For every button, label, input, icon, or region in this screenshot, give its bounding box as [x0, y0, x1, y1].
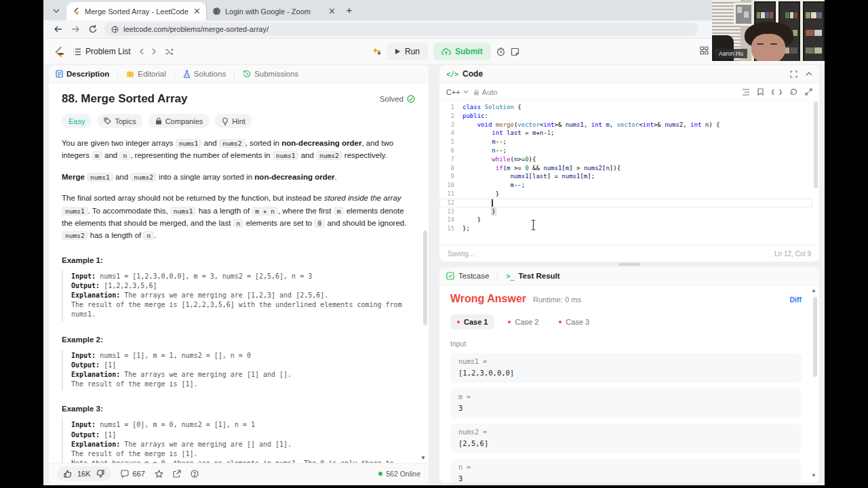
tab-description[interactable]: Description	[56, 70, 109, 78]
code-line[interactable]: 9 nums1[last] = nums1[m];	[439, 172, 812, 181]
problem-examples: Example 1:Input: nums1 = [1,2,3,0,0,0], …	[62, 256, 415, 464]
problem-title: 88. Merge Sorted Array	[62, 92, 188, 106]
example-heading: Example 1:	[62, 256, 415, 264]
url-text: leetcode.com/problems/merge-sorted-array…	[123, 25, 269, 33]
tab-submissions[interactable]: Submissions	[243, 70, 298, 78]
code-line[interactable]: 14 }	[439, 216, 812, 224]
braces-icon[interactable]: { }	[771, 88, 783, 96]
submit-button[interactable]: Submit	[433, 43, 491, 60]
maximize-icon[interactable]	[790, 70, 797, 78]
tab-close-icon[interactable]: ✕	[193, 7, 201, 16]
test-result-body: Wrong Answer Runtime: 0 ms Diff Case 1Ca…	[439, 285, 819, 483]
hint-badge[interactable]: Hint	[215, 114, 252, 128]
code-line[interactable]: 5 m--;	[439, 138, 812, 146]
online-dot	[378, 472, 382, 476]
comments-button[interactable]: 667	[121, 470, 145, 478]
bookmark-icon[interactable]	[757, 88, 764, 96]
shuffle-icon[interactable]	[165, 48, 174, 56]
example-heading: Example 2:	[62, 336, 415, 344]
reset-icon[interactable]	[790, 88, 797, 96]
auto-toggle[interactable]: Auto	[473, 88, 498, 96]
reload-button[interactable]	[87, 25, 99, 33]
tag-icon	[104, 117, 111, 125]
star-icon[interactable]	[155, 470, 163, 478]
code-line[interactable]: 4 int last = m+n-1;	[439, 129, 812, 138]
case-tab-2[interactable]: Case 2	[501, 314, 545, 329]
editor-scrollbar[interactable]	[814, 102, 818, 188]
diff-link[interactable]: Diff	[790, 296, 802, 304]
help-icon[interactable]	[191, 470, 199, 478]
problem-list-button[interactable]: Problem List	[73, 47, 131, 56]
back-button[interactable]	[52, 26, 64, 33]
tab-editorial[interactable]: Editorial	[126, 70, 166, 78]
expand-icon[interactable]	[805, 88, 812, 96]
code-line[interactable]: 7 while(n>=0){	[439, 155, 812, 164]
tab-testcase[interactable]: Testcase	[446, 272, 489, 280]
next-problem-button[interactable]	[152, 48, 157, 55]
problem-scrollbar[interactable]	[423, 84, 427, 458]
online-count: 562 Online	[378, 470, 420, 478]
tab-solutions[interactable]: Solutions	[183, 70, 226, 78]
submissions-history-icon	[243, 70, 251, 78]
scroll-down-caret-icon[interactable]: ▼	[811, 472, 816, 479]
share-icon[interactable]	[173, 470, 181, 478]
example-block: Input: nums1 = [1,2,3,0,0,0], m = 3, num…	[62, 270, 415, 321]
scroll-up-caret-icon[interactable]: ▲	[811, 287, 816, 293]
webcam-overlay: Aaron Hu	[712, 0, 825, 61]
case-tab-1[interactable]: Case 1	[450, 314, 494, 329]
code-line[interactable]: 8 if(m >= 0 && nums1[m] > nums2[n]){	[439, 164, 812, 173]
notes-icon[interactable]	[511, 47, 519, 56]
case-tab-3[interactable]: Case 3	[552, 314, 596, 329]
browser-tab-zoom[interactable]: Login with Google - Zoom ✕	[206, 2, 341, 20]
browser-toolbar: leetcode.com/problems/merge-sorted-array…	[43, 20, 825, 39]
tab-search-chevron-icon[interactable]	[49, 4, 64, 18]
prev-problem-button[interactable]	[139, 48, 144, 55]
new-tab-button[interactable]: +	[341, 1, 357, 18]
editor-statusbar: Saving... Ln 12, Col 9	[439, 245, 819, 262]
difficulty-badge[interactable]: Easy	[62, 114, 92, 128]
topics-badge[interactable]: Topics	[97, 114, 142, 128]
tab-test-result[interactable]: >_ Test Result	[506, 272, 559, 280]
code-line[interactable]: 15};	[439, 224, 812, 233]
run-submit-cluster: Run Submit	[372, 43, 519, 60]
thumbs-down-icon[interactable]	[96, 470, 104, 478]
problem-statement: You are given two integer arrays nums1 a…	[62, 137, 415, 242]
failed-case-dot	[559, 321, 561, 323]
site-info-icon[interactable]	[111, 26, 119, 33]
input-section-label: Input	[450, 340, 802, 348]
zoom-favicon	[212, 7, 221, 16]
language-selector[interactable]: C++	[446, 88, 469, 96]
companies-badge[interactable]: Companies	[149, 114, 210, 128]
solved-badge: Solved	[380, 95, 415, 103]
code-line[interactable]: 6 n--;	[439, 146, 812, 155]
problem-footer: 16K 667 562 Online	[49, 463, 429, 484]
thumbs-up-icon[interactable]	[64, 470, 72, 478]
leetcode-logo[interactable]	[53, 45, 64, 58]
statement-paragraph: The final sorted array should not be ret…	[62, 192, 415, 242]
code-line[interactable]: 13 }	[439, 207, 812, 216]
panel-resize-handle[interactable]	[618, 263, 640, 266]
code-line[interactable]: 12	[439, 199, 812, 207]
forward-button[interactable]	[69, 26, 81, 33]
timer-icon[interactable]	[496, 47, 505, 56]
code-line[interactable]: 2public:	[439, 112, 812, 121]
editor-caret	[492, 199, 493, 207]
layout-grid-icon[interactable]	[700, 46, 709, 55]
format-icon[interactable]	[742, 89, 750, 96]
debugger-sparkle-icon[interactable]	[372, 47, 381, 56]
code-line[interactable]: 1class Solution {	[439, 103, 812, 112]
collapse-chevron-icon[interactable]	[806, 72, 812, 76]
code-line[interactable]: 11 }	[439, 190, 812, 199]
code-line[interactable]: 3 void merge(vector<int>& nums1, int m, …	[439, 121, 812, 129]
failed-case-dot	[457, 321, 460, 323]
run-button[interactable]: Run	[387, 43, 428, 60]
code-editor[interactable]: 1class Solution {2public:3 void merge(ve…	[439, 100, 812, 245]
test-scrollbar[interactable]	[813, 297, 817, 377]
tab-close-icon[interactable]: ✕	[328, 7, 336, 16]
scroll-down-caret-icon[interactable]: ▼	[420, 455, 426, 461]
example-block: Input: nums1 = [1], m = 1, nums2 = [], n…	[62, 350, 415, 391]
solutions-flask-icon	[183, 70, 191, 78]
code-line[interactable]: 10 m--;	[439, 181, 812, 190]
url-bar[interactable]: leetcode.com/problems/merge-sorted-array…	[104, 22, 698, 36]
browser-tab-leetcode[interactable]: Merge Sorted Array - LeetCode ✕	[66, 2, 206, 20]
